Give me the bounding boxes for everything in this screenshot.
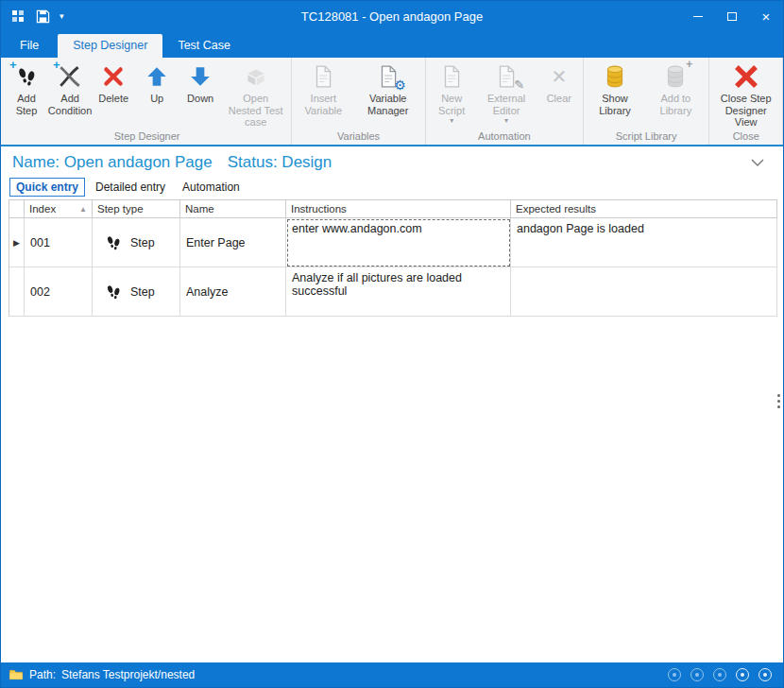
down-button[interactable]: Down: [179, 60, 222, 106]
ribbon-group-step-designer: + Add Step + Add Condition Delete Up: [3, 58, 292, 145]
column-header-instructions[interactable]: Instructions: [286, 200, 511, 218]
ribbon-tab-bar: File Step Designer Test Case: [1, 31, 783, 58]
content-area: Name: Open andagon Page Status: Design Q…: [1, 146, 783, 662]
document-header: Name: Open andagon Page Status: Design: [1, 146, 783, 175]
ribbon-group-script-library: Show Library + Add to Library Script Lib…: [584, 58, 710, 145]
external-editor-button: ✎ External Editor ▾: [475, 60, 537, 126]
add-step-button[interactable]: + Add Step: [5, 60, 48, 117]
close-icon: ×: [762, 9, 771, 24]
splitter-handle[interactable]: [777, 394, 780, 408]
show-library-button[interactable]: Show Library: [586, 60, 644, 117]
ribbon: + Add Step + Add Condition Delete Up: [1, 58, 783, 146]
cell-expected-results[interactable]: [511, 267, 777, 317]
save-icon[interactable]: [35, 9, 50, 24]
grid-header-row: Index ▲ Step type Name Instructions Expe…: [9, 200, 777, 218]
variable-manager-button[interactable]: ⚙ Variable Manager: [352, 60, 423, 117]
folder-icon: [9, 667, 24, 682]
column-header-index[interactable]: Index ▲: [25, 200, 93, 218]
cell-name[interactable]: Analyze: [180, 267, 286, 317]
close-view-icon: [731, 62, 761, 91]
insert-variable-button: Insert Variable: [294, 60, 352, 117]
cell-step-type[interactable]: Step: [93, 218, 180, 267]
current-row-marker-icon: ▶: [13, 238, 20, 248]
delete-icon: [98, 62, 128, 91]
dropdown-caret-icon: ▾: [450, 117, 453, 125]
open-nested-testcase-button: Open Nested Test case: [222, 60, 289, 129]
title-bar: ▾ TC128081 - Open andagon Page ×: [1, 1, 783, 31]
tab-automation-entry[interactable]: Automation: [176, 178, 247, 197]
group-label-automation: Automation: [428, 129, 581, 145]
arrow-down-icon: [185, 62, 215, 91]
status-indicator-icon[interactable]: [668, 668, 681, 681]
path-value: Stefans Testprojekt/nested: [61, 668, 195, 681]
ribbon-group-automation: New Script ▾ ✎ External Editor ▾ ✕ Clear…: [426, 58, 584, 145]
add-to-library-button: + Add to Library: [644, 60, 707, 117]
new-script-button: New Script ▾: [428, 60, 475, 126]
minimize-button[interactable]: [681, 1, 715, 31]
status-indicator-icon[interactable]: [713, 668, 726, 681]
maximize-button[interactable]: [715, 1, 749, 31]
library-database-icon: [600, 62, 630, 91]
arrow-up-icon: [142, 62, 172, 91]
add-condition-icon: +: [55, 62, 85, 91]
column-header-expected-results[interactable]: Expected results: [511, 200, 777, 218]
clear-button: ✕ Clear: [537, 60, 581, 106]
sort-asc-icon: ▲: [79, 205, 87, 214]
window-title: TC128081 - Open andagon Page: [1, 9, 783, 24]
cell-name[interactable]: Enter Page: [180, 218, 286, 267]
entry-tab-strip: Quick entry Detailed entry Automation: [1, 175, 783, 197]
cell-expected-results[interactable]: andagon Page is loaded: [511, 218, 777, 267]
row-selector[interactable]: [9, 267, 25, 317]
pencil-icon: ✎: [514, 78, 524, 93]
row-selector[interactable]: ▶: [9, 218, 25, 267]
testcase-status: Status: Design: [228, 153, 332, 172]
add-condition-button[interactable]: + Add Condition: [48, 60, 92, 117]
cell-instructions[interactable]: Analyze if all pictures are loaded succe…: [286, 267, 511, 317]
up-button[interactable]: Up: [135, 60, 179, 106]
ribbon-group-close: Close Step Designer View Close: [709, 58, 783, 145]
clear-icon: ✕: [544, 62, 574, 91]
status-indicator-icon[interactable]: [736, 668, 749, 681]
path-label: Path:: [29, 668, 56, 681]
close-step-designer-view-button[interactable]: Close Step Designer View: [711, 60, 780, 129]
plus-icon: +: [686, 59, 692, 72]
table-row: 002 Step Analyze Analyze if all pictures…: [9, 267, 777, 317]
status-indicator-icon[interactable]: [758, 668, 772, 681]
app-window: ▾ TC128081 - Open andagon Page × File St…: [0, 0, 784, 688]
cell-instructions[interactable]: enter www.andagon.com: [286, 218, 511, 267]
dropdown-caret-icon: ▾: [504, 117, 508, 125]
ribbon-group-variables: Insert Variable ⚙ Variable Manager Varia…: [292, 58, 426, 145]
tab-quick-entry[interactable]: Quick entry: [9, 178, 85, 197]
collapse-chevron-icon[interactable]: [751, 154, 764, 171]
group-label-variables: Variables: [294, 129, 423, 145]
close-button[interactable]: ×: [749, 1, 783, 31]
add-to-library-icon: +: [660, 62, 690, 91]
insert-variable-icon: [308, 62, 338, 91]
group-label-step-designer: Step Designer: [5, 129, 289, 145]
status-icons: [668, 668, 775, 681]
grid-corner: [9, 200, 25, 218]
table-row: ▶ 001 Step Enter Page enter www.andagon.…: [9, 218, 777, 267]
status-indicator-icon[interactable]: [690, 668, 704, 681]
cell-index[interactable]: 001: [25, 218, 93, 267]
delete-button[interactable]: Delete: [92, 60, 135, 106]
tab-step-designer[interactable]: Step Designer: [58, 34, 162, 58]
maximize-icon: [727, 12, 737, 21]
nested-testcase-icon: [241, 62, 271, 91]
footprints-icon: [104, 283, 123, 301]
tab-file[interactable]: File: [1, 34, 58, 58]
cell-index[interactable]: 002: [25, 267, 93, 317]
group-label-close: Close: [711, 129, 780, 145]
column-header-name[interactable]: Name: [180, 200, 286, 218]
quick-access-caret-icon[interactable]: ▾: [60, 11, 64, 21]
new-script-icon: [436, 62, 467, 91]
column-header-step-type[interactable]: Step type: [93, 200, 180, 218]
add-step-icon: +: [11, 62, 42, 91]
tab-detailed-entry[interactable]: Detailed entry: [89, 178, 172, 197]
tab-test-case[interactable]: Test Case: [162, 34, 246, 58]
footprints-icon: [104, 233, 123, 252]
group-label-script-library: Script Library: [586, 129, 707, 145]
cell-step-type[interactable]: Step: [93, 267, 180, 317]
minimize-icon: [693, 16, 703, 17]
app-icon: [10, 9, 26, 24]
